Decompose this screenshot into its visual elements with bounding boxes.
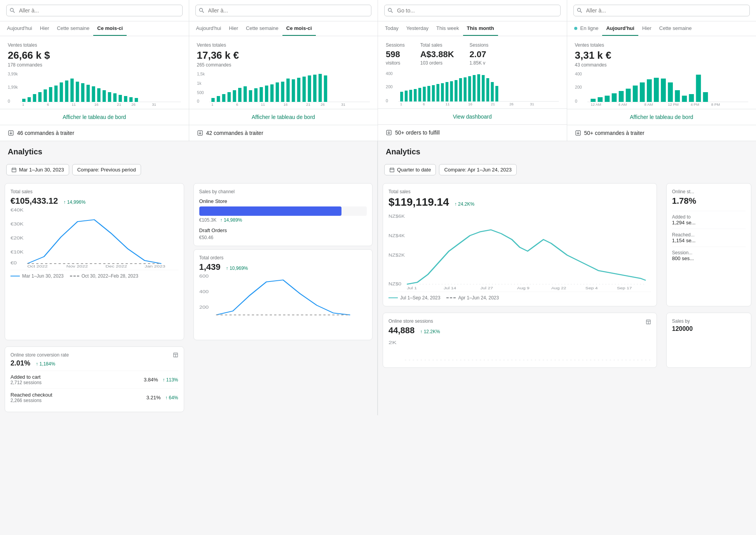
date-range-btn-right[interactable]: Quarter to date	[384, 164, 436, 175]
bar-chart-2: 1,5k 1k 500 0	[197, 71, 370, 106]
svg-rect-12	[54, 86, 57, 102]
tab-cette-semaine-2[interactable]: Cette semaine	[242, 21, 282, 36]
svg-rect-88	[414, 89, 416, 101]
tab-this-week-3[interactable]: This week	[432, 21, 463, 36]
tab-aujourd-hui-2[interactable]: Aujourd'hui	[192, 21, 225, 36]
tab-hier-2[interactable]: Hier	[225, 21, 242, 36]
search-input-4[interactable]	[573, 5, 750, 16]
svg-rect-102	[477, 74, 480, 101]
svg-rect-11	[49, 87, 52, 102]
tab-ce-mois-ci-1[interactable]: Ce mois-ci	[93, 21, 127, 36]
date-range-label-left: Mar 1–Jun 30, 2023	[19, 167, 64, 173]
svg-rect-27	[135, 98, 138, 102]
view-dashboard-btn-1[interactable]: Afficher le tableau de bord	[0, 109, 189, 125]
tab-cette-semaine-1[interactable]: Cette semaine	[53, 21, 93, 36]
tab-ce-mois-ci-2[interactable]: Ce mois-ci	[282, 21, 316, 36]
svg-text:1: 1	[400, 102, 402, 105]
analytics-title-right: Analytics	[378, 141, 756, 159]
svg-text:600: 600	[199, 274, 209, 278]
search-input-1[interactable]	[6, 5, 183, 16]
panel-content-2: Ventes totales 17,36 k € 265 commandes 1…	[189, 36, 378, 106]
sales-channel-card: Sales by channel Online Store €105.3K ↑ …	[193, 183, 373, 246]
svg-rect-129	[625, 89, 631, 102]
tab-today-3[interactable]: Today	[381, 21, 402, 36]
tab-hier-1[interactable]: Hier	[36, 21, 53, 36]
orders-fulfill-4: 50+ commandes à traiter	[567, 125, 756, 141]
svg-rect-90	[423, 87, 425, 101]
search-wrap-1	[6, 5, 183, 16]
tab-aujourd-hui-1[interactable]: Aujourd'hui	[3, 21, 36, 36]
tab-this-month-3[interactable]: This month	[463, 21, 498, 36]
svg-rect-134	[661, 79, 666, 102]
date-filter-right: Quarter to date Compare: Apr 1–Jun 24, 2…	[378, 159, 756, 180]
search-bar-3	[378, 0, 567, 21]
svg-rect-94	[441, 83, 444, 101]
svg-text:400: 400	[575, 72, 582, 76]
svg-text:Sep 4: Sep 4	[585, 286, 598, 290]
legend-dotted-right: Apr 1–Jun 24, 2023	[446, 295, 499, 301]
sales-by-value: 120000	[672, 325, 746, 332]
date-range-btn-left[interactable]: Mar 1–Jun 30, 2023	[6, 164, 69, 175]
svg-text:Jul 27: Jul 27	[481, 286, 493, 290]
total-orders-chart: 600 400 200	[199, 272, 367, 334]
search-input-2[interactable]	[195, 5, 372, 16]
svg-text:2K: 2K	[388, 341, 397, 345]
checkout-label: Reached checkout	[10, 392, 52, 398]
svg-text:€40K: €40K	[10, 208, 24, 212]
svg-text:6: 6	[47, 103, 49, 106]
svg-rect-13	[60, 82, 63, 102]
channel-bar-wrap-online	[199, 206, 367, 216]
tab-yesterday-3[interactable]: Yesterday	[402, 21, 432, 36]
svg-text:31: 31	[152, 103, 156, 106]
svg-text:500: 500	[197, 91, 204, 95]
svg-rect-170	[390, 168, 394, 172]
time-tabs-3: Today Yesterday This week This month	[378, 21, 567, 36]
tab-en-ligne-4[interactable]: En ligne	[570, 21, 603, 36]
legend-solid-right: Jul 1–Sep 24, 2023	[388, 295, 440, 301]
compare-label-right: Compare: Apr 1–Jun 24, 2023	[444, 167, 511, 173]
legend-line-solid-left	[10, 276, 20, 276]
compare-btn-left[interactable]: Compare: Previous period	[72, 164, 141, 175]
svg-text:21: 21	[117, 103, 121, 106]
view-dashboard-btn-4[interactable]: Afficher le tableau de bord	[567, 109, 756, 125]
svg-rect-62	[297, 78, 300, 102]
orders-fulfill-label-3: 50+ orders to fulfill	[395, 129, 440, 136]
svg-rect-137	[682, 96, 687, 102]
svg-text:NZ$6K: NZ$6K	[388, 214, 405, 219]
download-icon-3	[386, 129, 392, 136]
view-dashboard-btn-3[interactable]: View dashboard	[378, 108, 567, 124]
svg-rect-16	[76, 82, 79, 102]
svg-rect-65	[313, 75, 316, 102]
total-sales-change-left: ↑ 14,996%	[63, 199, 85, 205]
svg-rect-54	[254, 88, 257, 102]
svg-text:200: 200	[386, 85, 393, 89]
svg-rect-14	[65, 80, 68, 102]
svg-rect-127	[611, 93, 617, 102]
svg-rect-85	[400, 92, 403, 101]
tab-aujourd-hui-4[interactable]: Aujourd'hui	[602, 21, 638, 36]
compare-btn-right[interactable]: Compare: Apr 1–Jun 24, 2023	[439, 164, 516, 175]
svg-text:11: 11	[446, 102, 450, 105]
svg-rect-98	[459, 78, 462, 101]
total-orders-title: Total orders	[199, 255, 367, 261]
cart-pct: 3.84%	[144, 377, 158, 383]
svg-rect-7	[28, 97, 31, 102]
svg-text:Dec 2022: Dec 2022	[106, 264, 127, 268]
search-input-3[interactable]	[384, 5, 561, 16]
orders-fulfill-2: 42 commandes à traiter	[189, 125, 378, 141]
download-icon-4	[575, 130, 581, 136]
tab-cette-semaine-4[interactable]: Cette semaine	[655, 21, 696, 36]
online-store-partial-value: 1.78%	[672, 196, 746, 206]
ventes-value-2: 17,36 k €	[197, 49, 370, 61]
svg-rect-64	[308, 75, 311, 102]
svg-text:4 PM: 4 PM	[690, 103, 699, 106]
svg-text:0: 0	[197, 99, 199, 103]
svg-text:400: 400	[386, 72, 393, 76]
svg-rect-128	[618, 91, 624, 102]
search-bar-4	[567, 0, 756, 21]
svg-rect-50	[233, 90, 236, 102]
added-to-label: Added to	[672, 214, 746, 220]
tab-hier-4[interactable]: Hier	[638, 21, 655, 36]
view-dashboard-btn-2[interactable]: Afficher le tableau de bord	[189, 109, 378, 125]
svg-text:Oct 2022: Oct 2022	[27, 264, 47, 268]
